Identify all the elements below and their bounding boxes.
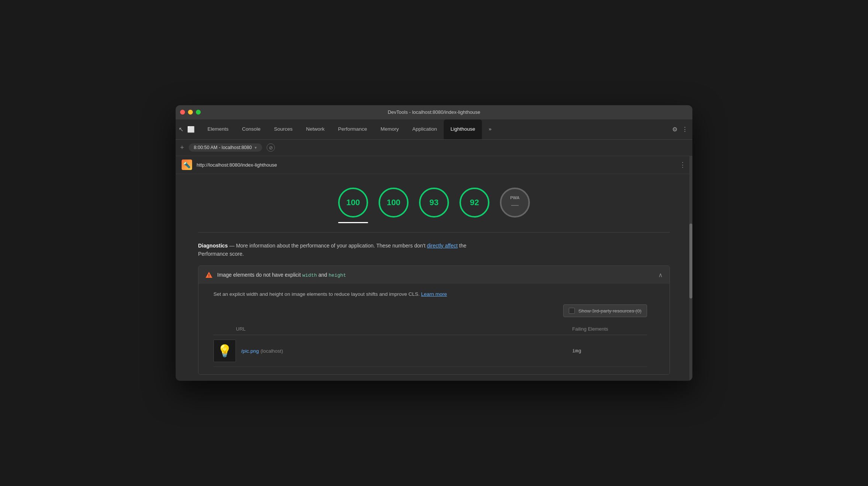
more-vert-icon[interactable]: ⋮ [682,126,688,133]
close-button[interactable] [180,110,185,115]
score-best-practices-wrapper: 93 [419,188,449,223]
tabs-right-controls: ⚙ ⋮ [672,119,692,139]
settings-icon[interactable]: ⚙ [672,126,677,133]
table-header: URL Failing Elements [213,323,647,335]
score-performance-wrapper: 100 [338,188,368,223]
url-dropdown-icon[interactable]: ▾ [255,145,257,150]
third-party-row: Show 3rd-party resources (0) [213,304,647,317]
diagnostics-header: Diagnostics — More information about the… [198,242,670,258]
thumbnail: 💡 [213,340,236,362]
tab-memory[interactable]: Memory [374,119,406,139]
tab-elements[interactable]: Elements [201,119,235,139]
score-pwa-wrapper: PWA — [500,188,530,223]
audit-item-image-dimensions: ! Image elements do not have explicit wi… [198,265,670,375]
url-box[interactable]: 8:00:50 AM - localhost:8080 ▾ [189,143,262,152]
address-bar: + 8:00:50 AM - localhost:8080 ▾ ⊘ [176,140,692,156]
score-seo[interactable]: 92 [459,188,489,218]
stop-icon[interactable]: ⊘ [267,143,275,152]
tab-network[interactable]: Network [299,119,331,139]
diagnostics-desc-before: — More information about the performance… [229,243,427,249]
audit-description: Set an explicit width and height on imag… [213,291,647,297]
third-party-label: Show 3rd-party resources (0) [579,308,641,314]
diagnostics-line2: Performance score. [198,251,244,257]
url-cell: 💡 /pic.png (localhost) [213,340,572,362]
maximize-button[interactable] [196,110,201,115]
audit-title: Image elements do not have explicit widt… [217,272,654,278]
directly-affect-link[interactable]: directly affect [427,243,458,249]
mobile-icon[interactable]: ⬜ [187,126,195,133]
url-link[interactable]: /pic.png [241,348,259,354]
audit-body: Set an explicit width and height on imag… [198,284,670,374]
diagnostics-desc-after: the [458,243,466,249]
lighthouse-icon: 🔦 [182,160,192,170]
score-performance[interactable]: 100 [338,188,368,218]
warning-icon: ! [205,271,213,279]
tab-performance[interactable]: Performance [331,119,374,139]
window-body: 🔦 http://localhost:8080/index-lighthouse… [176,156,692,381]
scores-row: 100 100 93 92 [176,182,692,232]
audit-table: URL Failing Elements 💡 /pic.png [213,323,647,367]
code-height: height [328,273,346,278]
lighthouse-url-bar: 🔦 http://localhost:8080/index-lighthouse… [176,156,692,174]
audit-header[interactable]: ! Image elements do not have explicit wi… [198,266,670,284]
new-tab-button[interactable]: + [180,144,184,152]
cursor-icon[interactable]: ↖ [179,126,183,133]
more-options-icon[interactable]: ⋮ [679,161,686,169]
title-bar: DevTools - localhost:8080/index-lighthou… [176,105,692,119]
tab-more[interactable]: » [482,119,498,139]
url-host: (localhost) [261,348,283,354]
score-seo-wrapper: 92 [459,188,489,223]
score-accessibility[interactable]: 100 [379,188,409,218]
devtools-left-icons: ↖ ⬜ [179,119,201,139]
window-title: DevTools - localhost:8080/index-lighthou… [388,109,480,115]
score-pwa[interactable]: PWA — [500,188,530,218]
tabs-bar: ↖ ⬜ Elements Console Sources Network Per… [176,119,692,140]
tab-lighthouse[interactable]: Lighthouse [444,119,482,139]
failing-elements-cell: img [572,348,647,354]
url-display: 8:00:50 AM - localhost:8080 [194,145,252,150]
svg-text:!: ! [208,273,210,278]
learn-more-link[interactable]: Learn more [421,291,447,297]
table-row: 💡 /pic.png (localhost) img [213,335,647,367]
diagnostics-label: Diagnostics [198,243,228,249]
col-url-header: URL [213,326,572,332]
main-content: 100 100 93 92 [176,174,692,375]
score-best-practices[interactable]: 93 [419,188,449,218]
code-width: width [302,273,317,278]
scrollbar-thumb[interactable] [689,224,692,298]
third-party-checkbox[interactable]: Show 3rd-party resources (0) [563,304,647,317]
devtools-window: DevTools - localhost:8080/index-lighthou… [176,105,692,381]
tab-console[interactable]: Console [235,119,267,139]
tab-sources[interactable]: Sources [267,119,300,139]
diagnostics-section: Diagnostics — More information about the… [176,233,692,375]
checkbox-input[interactable] [569,308,575,314]
score-accessibility-wrapper: 100 [379,188,409,223]
lighthouse-url: http://localhost:8080/index-lighthouse [197,162,277,168]
scrollbar-track[interactable] [689,156,692,381]
audit-collapse-icon[interactable]: ∧ [658,271,663,279]
traffic-lights [180,110,201,115]
tab-application[interactable]: Application [406,119,444,139]
minimize-button[interactable] [188,110,193,115]
col-failing-header: Failing Elements [572,326,647,332]
